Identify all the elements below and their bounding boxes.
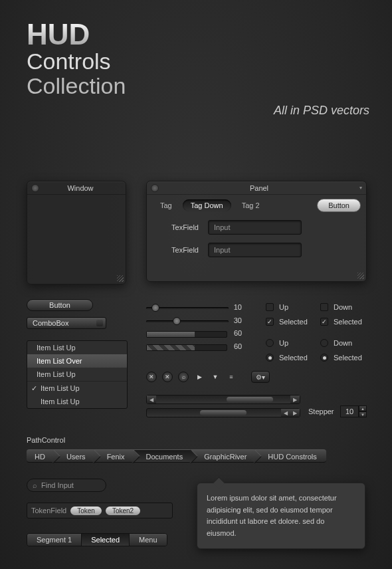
window-title: Window	[39, 184, 122, 192]
checkbox[interactable]	[320, 303, 328, 311]
list-item[interactable]: Item List Up	[27, 368, 127, 381]
search-icon: ⌕	[33, 481, 37, 489]
close-icon[interactable]	[151, 184, 159, 192]
stepper: 10 ▲▼	[340, 405, 367, 417]
progress-value: 60	[234, 329, 242, 337]
field-label: TexField	[163, 223, 199, 231]
check-label: Selected	[279, 318, 308, 326]
resize-grip[interactable]	[357, 273, 364, 279]
step-up-icon[interactable]: ▲	[359, 405, 367, 411]
radio[interactable]	[266, 339, 274, 347]
slider[interactable]: 30	[146, 316, 242, 326]
radio[interactable]	[266, 354, 274, 362]
radio-label: Up	[279, 339, 288, 347]
radio[interactable]	[320, 339, 328, 347]
radio-label: Down	[334, 339, 352, 347]
list-menu: Item List Up Item List Over Item List Up…	[27, 340, 128, 409]
slider-value: 30	[234, 316, 242, 324]
scroll-right-icon[interactable]: ▶	[290, 396, 300, 403]
hud-window: Window	[27, 181, 126, 284]
close-icon[interactable]: ✕	[162, 372, 173, 382]
checkbox[interactable]	[266, 303, 274, 311]
slider[interactable]: 10	[146, 303, 242, 312]
list-item[interactable]: Item List Up	[27, 341, 127, 354]
step-down-icon[interactable]: ▼	[359, 411, 367, 417]
progress-bar-stripe	[146, 344, 227, 351]
scroll-thumb[interactable]	[200, 410, 246, 415]
field-label: TexField	[163, 246, 199, 254]
scroll-left-icon[interactable]: ◀	[147, 396, 156, 403]
scroll-right-icon[interactable]: ▶	[290, 409, 300, 417]
list-item[interactable]: Item List Up	[27, 395, 127, 408]
text-input[interactable]	[208, 220, 302, 235]
segment[interactable]: Menu	[130, 534, 167, 546]
scroll-left-icon[interactable]: ◀	[281, 409, 290, 417]
text-input[interactable]	[208, 243, 302, 257]
push-button[interactable]: Button	[27, 299, 93, 311]
breadcrumb[interactable]: HUD Constrols	[256, 449, 326, 463]
pathcontrol-label: PathControl	[27, 436, 65, 444]
breadcrumb[interactable]: Documents	[134, 449, 193, 463]
radio-label: Selected	[334, 354, 362, 362]
menu-icon[interactable]: ≡	[226, 372, 237, 382]
list-item[interactable]: Item List Over	[27, 354, 127, 368]
segment[interactable]: Selected	[82, 534, 130, 546]
combobox[interactable]: ComboBox▴▾	[27, 317, 106, 329]
close-icon[interactable]	[31, 184, 39, 192]
play-icon[interactable]: ▶	[194, 372, 205, 382]
search-placeholder: Find Input	[41, 481, 74, 489]
hud-panel: Panel ▾ Tag Tag Down Tag 2 Button TexFie…	[146, 181, 367, 282]
segmented-control: Segment 1 Selected Menu	[27, 533, 167, 546]
tokenfield-label: TokenField	[31, 507, 66, 514]
chevron-down-icon[interactable]: ▾	[359, 185, 362, 191]
slider-value: 10	[234, 303, 242, 311]
check-label: Selected	[334, 318, 362, 326]
scrollbar[interactable]: ◀ ▶	[146, 395, 300, 404]
scroll-thumb[interactable]	[227, 397, 273, 402]
hero-title-3: Collection	[27, 74, 365, 98]
progress-bar	[146, 331, 227, 338]
check-label: Up	[279, 303, 288, 311]
tooltip: Lorem ipsum dolor sit amet, consectetur …	[197, 483, 365, 549]
tab-tag-down[interactable]: Tag Down	[183, 199, 231, 211]
search-icon[interactable]: ⌕	[178, 372, 189, 382]
hero-tagline: All in PSD vectors	[274, 104, 369, 118]
checkbox[interactable]	[266, 318, 274, 326]
gear-button[interactable]: ⚙▾	[251, 371, 270, 383]
hero-title-2: Controls	[27, 49, 365, 74]
token[interactable]: Token	[70, 507, 102, 515]
checkbox[interactable]	[320, 318, 328, 326]
scrollbar[interactable]: ◀ ▶	[146, 408, 300, 417]
progress-value: 60	[234, 342, 242, 350]
chevron-down-icon[interactable]: ▼	[210, 372, 221, 382]
resize-grip[interactable]	[117, 275, 124, 282]
radio-label: Selected	[279, 354, 308, 362]
list-item[interactable]: ✓Item List Up	[27, 381, 127, 395]
tab-tag[interactable]: Tag	[152, 199, 180, 211]
segment[interactable]: Segment 1	[27, 534, 82, 546]
breadcrumb[interactable]: GraphicRiver	[192, 449, 256, 463]
check-label: Down	[334, 303, 352, 311]
panel-button[interactable]: Button	[317, 199, 361, 212]
path-control: HD Users Fenix Documents GraphicRiver HU…	[27, 449, 326, 463]
panel-title: Panel	[159, 184, 359, 192]
radio[interactable]	[320, 354, 328, 362]
hero-title-1: HUD	[27, 20, 365, 49]
stepper-label: Stepper	[308, 407, 334, 415]
breadcrumb[interactable]: HD	[27, 449, 54, 463]
token[interactable]: Token2	[106, 507, 140, 515]
stepper-value[interactable]: 10	[340, 405, 359, 417]
cancel-icon[interactable]: ✕	[146, 372, 157, 382]
tab-tag-2[interactable]: Tag 2	[234, 199, 268, 211]
token-field[interactable]: TokenField Token Token2	[27, 503, 173, 518]
search-input[interactable]: ⌕ Find Input	[27, 479, 106, 492]
